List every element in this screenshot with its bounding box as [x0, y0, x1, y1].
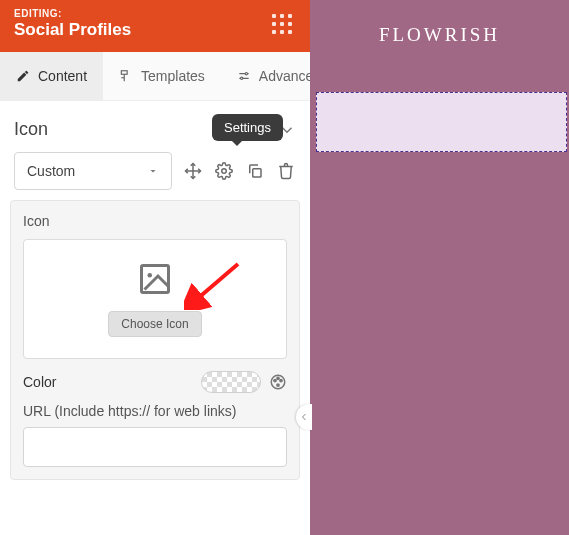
editing-label: EDITING: — [14, 8, 296, 19]
template-icon — [119, 69, 133, 83]
trash-icon — [277, 162, 295, 180]
svg-point-13 — [280, 379, 282, 381]
svg-point-1 — [245, 73, 247, 75]
toolbar-row: Custom Settings — [14, 152, 296, 200]
pencil-icon — [16, 69, 30, 83]
svg-point-5 — [221, 169, 226, 174]
url-input[interactable] — [23, 427, 287, 467]
svg-point-11 — [274, 379, 276, 381]
svg-point-2 — [240, 77, 242, 79]
color-picker-icon[interactable] — [269, 373, 287, 391]
url-label: URL (Include https:// for web links) — [23, 403, 287, 419]
section-icon: Icon Custom Settings — [0, 101, 310, 200]
svg-point-14 — [277, 384, 279, 386]
settings-tooltip: Settings — [212, 114, 283, 141]
settings-button[interactable] — [213, 160, 234, 182]
editor-panel: EDITING: Social Profiles Content Templat… — [0, 0, 310, 535]
copy-icon — [246, 162, 264, 180]
tab-label: Templates — [141, 68, 205, 84]
tab-bar: Content Templates Advanced — [0, 52, 310, 101]
chevron-left-icon — [298, 411, 310, 423]
color-label: Color — [23, 374, 56, 390]
icon-card: Icon Choose Icon Color URL (Include http… — [10, 200, 300, 480]
caret-down-icon — [147, 165, 159, 177]
image-placeholder-icon — [137, 261, 173, 297]
preview-pane: FLOWRISH — [310, 0, 569, 535]
tab-label: Content — [38, 68, 87, 84]
sliders-icon — [237, 69, 251, 83]
tab-templates[interactable]: Templates — [103, 52, 221, 100]
color-swatch[interactable] — [201, 371, 261, 393]
select-value: Custom — [27, 163, 75, 179]
panel-header: EDITING: Social Profiles — [0, 0, 310, 52]
duplicate-button[interactable] — [244, 160, 265, 182]
drag-handle-icon[interactable] — [272, 14, 296, 38]
brand-logo: FLOWRISH — [310, 24, 569, 46]
drop-slot[interactable] — [316, 92, 567, 152]
svg-rect-0 — [121, 71, 127, 75]
gear-icon — [215, 162, 233, 180]
annotation-arrow — [184, 260, 244, 310]
color-row: Color — [23, 359, 287, 393]
page-title: Social Profiles — [14, 20, 296, 40]
choose-icon-button[interactable]: Choose Icon — [108, 311, 201, 337]
icon-dropzone[interactable]: Choose Icon — [23, 239, 287, 359]
svg-line-9 — [196, 264, 238, 300]
svg-point-12 — [277, 377, 279, 379]
icon-field-label: Icon — [23, 213, 287, 229]
move-button[interactable] — [182, 160, 203, 182]
svg-point-8 — [148, 273, 153, 278]
tab-content[interactable]: Content — [0, 52, 103, 100]
icon-type-select[interactable]: Custom — [14, 152, 172, 190]
svg-rect-6 — [252, 169, 260, 177]
section-title: Icon — [14, 119, 48, 140]
delete-button[interactable] — [275, 160, 296, 182]
move-icon — [184, 162, 202, 180]
